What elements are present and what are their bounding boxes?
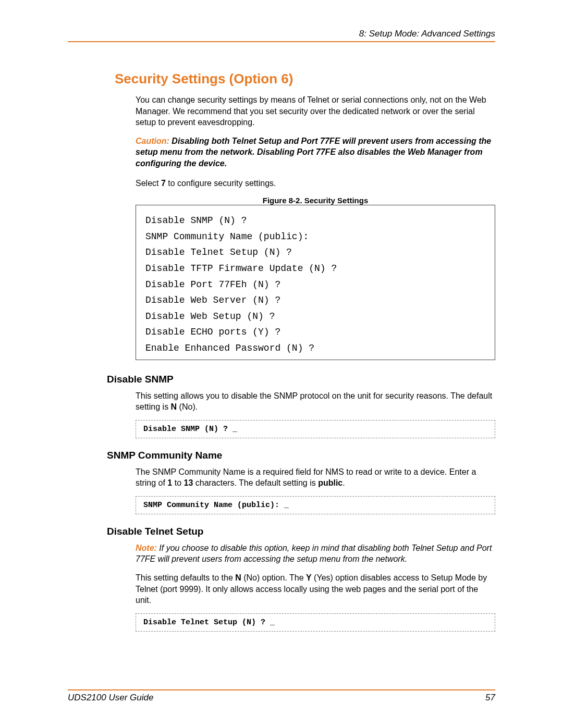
snmp-community-paragraph: The SNMP Community Name is a required fi… [136, 466, 495, 489]
footer-page-number: 57 [485, 693, 495, 703]
running-head: 8: Setup Mode: Advanced Settings [68, 29, 495, 42]
figure-line: Disable SNMP (N) ? [145, 213, 485, 229]
figure-line: Disable Port 77FEh (N) ? [145, 277, 485, 293]
footer-guide: UDS2100 User Guide [68, 693, 153, 703]
figure-line: Enable Enhanced Password (N) ? [145, 340, 485, 356]
page: 8: Setup Mode: Advanced Settings Securit… [0, 0, 563, 728]
caution-block: Caution: Disabling both Telnet Setup and… [136, 135, 495, 169]
figure-line: Disable Web Server (N) ? [145, 292, 485, 309]
figure-caption: Figure 8-2. Security Settings [136, 196, 495, 205]
subhead-disable-telnet: Disable Telnet Setup [107, 526, 495, 537]
subhead-disable-snmp: Disable SNMP [107, 374, 495, 385]
figure-line: Disable Telnet Setup (N) ? [145, 244, 485, 261]
figure-line: SNMP Community Name (public): [145, 229, 485, 245]
disable-snmp-paragraph: This setting allows you to disable the S… [136, 390, 495, 413]
prompt-disable-telnet: Disable Telnet Setup (N) ? _ [136, 613, 495, 632]
disable-telnet-paragraph: This setting defaults to the N (No) opti… [136, 572, 495, 606]
figure-line: Disable TFTP Firmware Update (N) ? [145, 261, 485, 277]
intro-paragraph: You can change security settings by mean… [136, 94, 495, 128]
note-label: Note: [136, 544, 157, 552]
note-text: If you choose to disable this option, ke… [136, 544, 492, 564]
note-block: Note: If you choose to disable this opti… [136, 542, 495, 565]
caution-text: Disabling both Telnet Setup and Port 77F… [136, 137, 491, 168]
figure-line: Disable ECHO ports (Y) ? [145, 324, 485, 340]
section-title: Security Settings (Option 6) [115, 71, 495, 87]
figure-line: Disable Web Setup (N) ? [145, 309, 485, 325]
caution-label: Caution: [136, 137, 169, 145]
prompt-snmp-community: SNMP Community Name (public): _ [136, 496, 495, 514]
prompt-disable-snmp: Disable SNMP (N) ? _ [136, 420, 495, 438]
select7-paragraph: Select 7 to configure security settings. [136, 178, 495, 189]
footer: UDS2100 User Guide 57 [68, 689, 495, 703]
figure-box: Disable SNMP (N) ? SNMP Community Name (… [136, 205, 495, 360]
subhead-snmp-community: SNMP Community Name [107, 450, 495, 461]
